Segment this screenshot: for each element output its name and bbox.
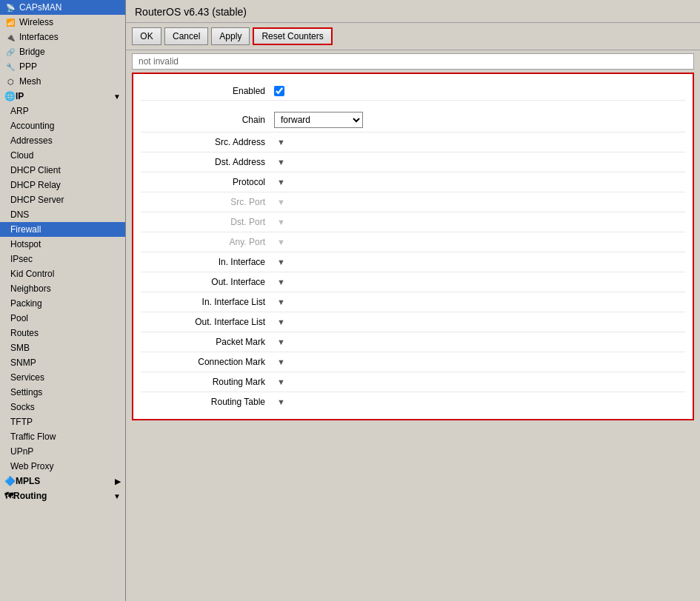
field-src-address: Src. Address ▼ xyxy=(141,132,685,152)
field-routing-table: Routing Table ▼ xyxy=(141,392,685,412)
in-interface-list-arrow-icon[interactable]: ▼ xyxy=(274,296,288,308)
apply-button[interactable]: Apply xyxy=(211,27,250,45)
sidebar-item-pool[interactable]: Pool xyxy=(0,311,125,326)
src-address-label: Src. Address xyxy=(141,137,274,147)
sidebar-mpls-header[interactable]: 🔷 MPLS ▶ xyxy=(0,474,125,488)
page-title: RouterOS v6.43 (stable) xyxy=(135,6,691,18)
field-protocol: Protocol ▼ xyxy=(141,172,685,192)
sidebar-item-routes[interactable]: Routes xyxy=(0,326,125,340)
sidebar-item-accounting[interactable]: Accounting xyxy=(0,118,125,133)
routing-mark-value: ▼ xyxy=(274,376,288,388)
packet-mark-arrow-icon[interactable]: ▼ xyxy=(274,336,288,348)
sidebar-item-ipsec-label: IPsec xyxy=(10,254,33,264)
src-port-label: Src. Port xyxy=(141,197,274,207)
out-interface-label: Out. Interface xyxy=(141,277,274,287)
ip-submenu: ARP Accounting Addresses Cloud DHCP Clie… xyxy=(0,104,125,474)
sidebar-item-settings-label: Settings xyxy=(10,387,42,397)
sidebar-item-arp[interactable]: ARP xyxy=(0,104,125,118)
field-dst-port: Dst. Port ▼ xyxy=(141,212,685,232)
dst-address-arrow-icon[interactable]: ▼ xyxy=(274,156,288,168)
sidebar-item-bridge[interactable]: 🔗 Bridge xyxy=(0,44,125,59)
sidebar-item-services[interactable]: Services xyxy=(0,370,125,385)
packet-mark-label: Packet Mark xyxy=(141,337,274,347)
sidebar-item-settings[interactable]: Settings xyxy=(0,385,125,400)
sidebar-item-kid-control[interactable]: Kid Control xyxy=(0,266,125,281)
protocol-arrow-icon[interactable]: ▼ xyxy=(274,176,288,188)
out-interface-value: ▼ xyxy=(274,276,288,288)
sidebar-ip-header[interactable]: 🌐 IP ▼ xyxy=(0,89,125,104)
out-interface-arrow-icon[interactable]: ▼ xyxy=(274,276,288,288)
capsman-icon: 📡 xyxy=(4,2,16,13)
sidebar-item-addresses[interactable]: Addresses xyxy=(0,133,125,148)
toolbar: OK Cancel Apply Reset Counters xyxy=(126,23,700,50)
packet-mark-value: ▼ xyxy=(274,336,288,348)
routing-table-value: ▼ xyxy=(274,396,288,408)
sidebar-item-dhcp-relay-label: DHCP Relay xyxy=(10,180,61,190)
ok-button[interactable]: OK xyxy=(132,27,161,45)
cancel-button[interactable]: Cancel xyxy=(164,27,208,45)
sidebar-item-arp-label: ARP xyxy=(10,106,29,116)
sidebar-item-hotspot[interactable]: Hotspot xyxy=(0,237,125,252)
sidebar-item-ppp[interactable]: 🔧 PPP xyxy=(0,59,125,74)
mpls-arrow-icon: ▶ xyxy=(115,477,121,486)
sidebar-item-web-proxy[interactable]: Web Proxy xyxy=(0,459,125,474)
src-port-value: ▼ xyxy=(274,196,288,208)
sidebar-item-smb[interactable]: SMB xyxy=(0,340,125,355)
sidebar-item-firewall[interactable]: Firewall xyxy=(0,222,125,237)
sidebar-item-cloud[interactable]: Cloud xyxy=(0,148,125,163)
interfaces-icon: 🔌 xyxy=(4,32,16,42)
chain-label: Chain xyxy=(141,115,274,125)
sidebar-item-cloud-label: Cloud xyxy=(10,150,33,161)
sidebar-item-socks[interactable]: Socks xyxy=(0,400,125,414)
mpls-icon: 🔷 xyxy=(4,476,16,486)
sidebar-item-tftp[interactable]: TFTP xyxy=(0,414,125,429)
sidebar-item-pool-label: Pool xyxy=(10,313,28,323)
sidebar-routing-header[interactable]: 🗺 Routing ▼ xyxy=(0,488,125,503)
sidebar-item-neighbors[interactable]: Neighbors xyxy=(0,281,125,296)
enabled-label: Enabled xyxy=(141,86,274,96)
field-src-port: Src. Port ▼ xyxy=(141,192,685,212)
connection-mark-arrow-icon[interactable]: ▼ xyxy=(274,356,288,368)
sidebar-item-capsman[interactable]: 📡 CAPsMAN xyxy=(0,0,125,15)
out-interface-list-arrow-icon[interactable]: ▼ xyxy=(274,316,288,328)
field-enabled: Enabled xyxy=(141,81,685,101)
protocol-value: ▼ xyxy=(274,176,288,188)
chain-select[interactable]: input forward output xyxy=(274,112,363,128)
sidebar-routing-label: Routing xyxy=(13,491,47,501)
sidebar-item-services-label: Services xyxy=(10,372,44,383)
enabled-checkbox[interactable] xyxy=(274,86,284,96)
sidebar-item-interfaces[interactable]: 🔌 Interfaces xyxy=(0,30,125,44)
sidebar-item-wireless[interactable]: 📶 Wireless xyxy=(0,15,125,30)
routing-table-arrow-icon[interactable]: ▼ xyxy=(274,396,288,408)
sidebar-item-upnp[interactable]: UPnP xyxy=(0,444,125,459)
src-address-arrow-icon[interactable]: ▼ xyxy=(274,136,288,148)
sidebar-item-snmp[interactable]: SNMP xyxy=(0,355,125,370)
sidebar-item-capsman-label: CAPsMAN xyxy=(19,2,61,13)
src-address-value: ▼ xyxy=(274,136,288,148)
sidebar-item-traffic-flow[interactable]: Traffic Flow xyxy=(0,429,125,444)
connection-mark-label: Connection Mark xyxy=(141,357,274,367)
sidebar-item-packing[interactable]: Packing xyxy=(0,296,125,311)
sidebar-item-mesh-label: Mesh xyxy=(19,76,41,87)
form-container: Enabled Chain input forward output xyxy=(132,73,694,420)
dst-port-value: ▼ xyxy=(274,216,288,228)
sidebar-item-dhcp-client-label: DHCP Client xyxy=(10,165,61,175)
sidebar-item-addresses-label: Addresses xyxy=(10,135,53,146)
sidebar-item-dhcp-relay[interactable]: DHCP Relay xyxy=(0,178,125,192)
sidebar-item-ipsec[interactable]: IPsec xyxy=(0,252,125,266)
sidebar-item-dhcp-server[interactable]: DHCP Server xyxy=(0,192,125,207)
dst-address-label: Dst. Address xyxy=(141,157,274,167)
routing-mark-arrow-icon[interactable]: ▼ xyxy=(274,376,288,388)
sidebar-item-mesh[interactable]: ⬡ Mesh xyxy=(0,74,125,89)
field-routing-mark: Routing Mark ▼ xyxy=(141,372,685,392)
in-interface-list-value: ▼ xyxy=(274,296,288,308)
sidebar-item-traffic-flow-label: Traffic Flow xyxy=(10,432,56,442)
in-interface-value: ▼ xyxy=(274,256,288,268)
mesh-icon: ⬡ xyxy=(4,76,16,87)
reset-counters-button[interactable]: Reset Counters xyxy=(253,27,332,45)
sidebar-item-dns[interactable]: DNS xyxy=(0,207,125,222)
in-interface-arrow-icon[interactable]: ▼ xyxy=(274,256,288,268)
sidebar-item-interfaces-label: Interfaces xyxy=(19,32,59,42)
sidebar-item-packing-label: Packing xyxy=(10,298,42,309)
sidebar-item-dhcp-client[interactable]: DHCP Client xyxy=(0,163,125,178)
